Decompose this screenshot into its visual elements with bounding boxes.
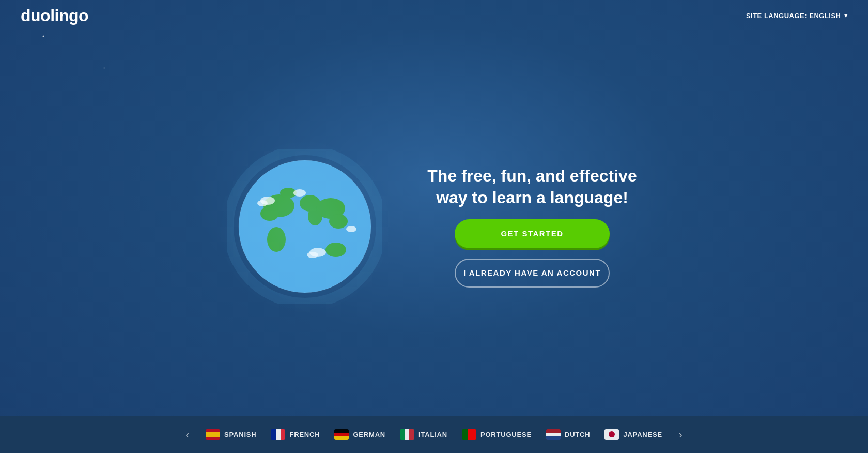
language-item-french[interactable]: FRENCH [271, 429, 320, 440]
get-started-button[interactable]: GET STARTED [455, 219, 610, 248]
flag-netherlands [546, 429, 561, 440]
language-item-italian[interactable]: ITALIAN [400, 429, 447, 440]
language-item-japanese[interactable]: JAPANESE [605, 429, 662, 440]
globe-illustration [227, 149, 382, 304]
flag-italy [400, 429, 414, 440]
globe-glow [217, 139, 393, 314]
prev-language-arrow[interactable]: ‹ [183, 429, 191, 441]
flag-spain [206, 429, 220, 440]
chevron-down-icon: ▾ [844, 12, 848, 19]
flag-germany [334, 429, 349, 440]
tagline: The free, fun, and effective way to lear… [424, 165, 641, 208]
next-language-arrow[interactable]: › [677, 429, 685, 441]
language-item-german[interactable]: GERMAN [334, 429, 385, 440]
flag-portugal [462, 429, 476, 440]
language-label-portuguese: PORTUGUESE [481, 431, 532, 439]
language-label-italian: ITALIAN [419, 431, 447, 439]
language-label-spanish: SPANISH [224, 431, 256, 439]
language-item-spanish[interactable]: SPANISH [206, 429, 256, 440]
language-label-japanese: JAPANESE [623, 431, 662, 439]
logo: duolingo [21, 6, 88, 25]
svg-point-1 [104, 67, 105, 68]
cta-section: The free, fun, and effective way to lear… [424, 165, 641, 287]
language-item-portuguese[interactable]: PORTUGUESE [462, 429, 532, 440]
language-label-german: GERMAN [353, 431, 385, 439]
main-content: The free, fun, and effective way to lear… [0, 149, 868, 304]
site-language-label: SITE LANGUAGE: ENGLISH [746, 12, 841, 20]
language-label-french: FRENCH [289, 431, 320, 439]
site-language-selector[interactable]: SITE LANGUAGE: ENGLISH ▾ [746, 12, 847, 20]
language-item-dutch[interactable]: DUTCH [546, 429, 591, 440]
language-bar: ‹ SPANISH FRENCH GERMAN ITALIAN PORTUGUE… [0, 416, 868, 453]
header: duolingo SITE LANGUAGE: ENGLISH ▾ [0, 0, 868, 31]
language-label-dutch: DUTCH [565, 431, 591, 439]
flag-japan [605, 429, 619, 440]
flag-france [271, 429, 285, 440]
login-button[interactable]: I ALREADY HAVE AN ACCOUNT [455, 259, 610, 288]
svg-point-0 [43, 36, 44, 37]
